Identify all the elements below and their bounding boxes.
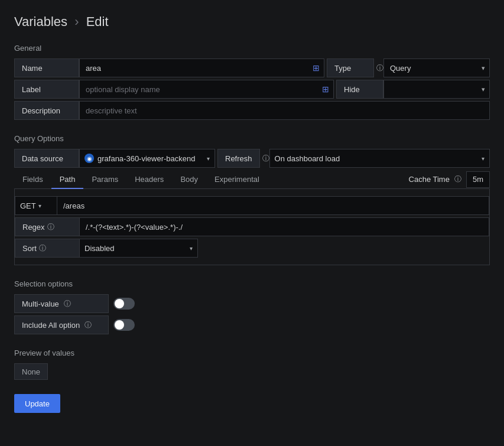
sort-value: Disabled	[84, 244, 115, 253]
name-field-icon: ⊞	[313, 63, 320, 73]
include-all-info-icon: ⓘ	[84, 320, 92, 330]
selection-options-label: Selection options	[14, 279, 490, 288]
method-chevron: ▾	[38, 203, 41, 209]
sort-label: Sort ⓘ	[15, 239, 80, 258]
include-all-knob	[115, 320, 124, 330]
preview-section-label: Preview of values	[14, 349, 490, 357]
refresh-info-icon: ⓘ	[262, 154, 269, 164]
toolbar: Update	[14, 394, 490, 413]
name-label: Name	[14, 58, 79, 77]
type-label: Type	[327, 58, 374, 77]
tab-content-path: GET ▾ Regex ⓘ Sort ⓘ Dis	[14, 189, 490, 265]
sort-select[interactable]: Disabled	[80, 239, 198, 258]
type-select[interactable]: Query	[383, 58, 490, 77]
name-input-wrapper: ⊞	[79, 58, 324, 77]
multi-value-toggle[interactable]	[113, 298, 135, 310]
label-input-wrapper: ⊞	[79, 80, 334, 99]
multi-value-knob	[115, 299, 124, 308]
sort-row: Sort ⓘ Disabled	[15, 239, 489, 258]
general-section-label: General	[14, 44, 490, 53]
type-info-icon: ⓘ	[376, 63, 383, 73]
multi-value-row: Multi-value ⓘ	[14, 294, 490, 313]
include-all-label: Include All option ⓘ	[14, 315, 109, 334]
description-row: Description	[14, 101, 490, 120]
method-value: GET	[20, 201, 36, 210]
datasource-row: Data source ◉ grafana-360-viewer-backend…	[14, 149, 490, 168]
method-path-row: GET ▾	[15, 196, 489, 215]
datasource-name: grafana-360-viewer-backend	[97, 154, 195, 163]
query-tabs-row: Fields Path Params Headers Body Experime…	[14, 170, 490, 189]
page-title: Variables › Edit	[14, 14, 490, 30]
cache-time-value[interactable]: 5m	[466, 171, 490, 188]
datasource-select[interactable]: ◉ grafana-360-viewer-backend ▾	[79, 149, 215, 168]
label-field-icon: ⊞	[322, 84, 329, 94]
tab-experimental[interactable]: Experimental	[206, 170, 268, 189]
selection-options-section: Selection options Multi-value ⓘ Include …	[14, 279, 490, 334]
description-input[interactable]	[79, 101, 490, 120]
datasource-icon: ◉	[84, 154, 94, 163]
breadcrumb-current: Edit	[86, 14, 109, 29]
cache-time-info-icon: ⓘ	[454, 174, 461, 184]
label-label: Label	[14, 80, 79, 99]
preview-section: Preview of values None	[14, 349, 490, 380]
regex-label: Regex ⓘ	[15, 217, 80, 236]
preview-none: None	[14, 363, 48, 380]
general-section: General Name ⊞ Type ⓘ Query Label ⊞ Hide…	[14, 44, 490, 120]
name-input[interactable]	[79, 58, 324, 77]
hide-label: Hide	[336, 80, 383, 99]
hide-select[interactable]: Label Variable	[383, 80, 490, 99]
tab-params[interactable]: Params	[83, 170, 126, 189]
refresh-chevron: ▾	[482, 155, 485, 162]
regex-input[interactable]	[80, 217, 489, 236]
name-type-row: Name ⊞ Type ⓘ Query	[14, 58, 490, 77]
sort-info-icon: ⓘ	[39, 243, 46, 253]
breadcrumb-parent: Variables	[14, 14, 67, 29]
tab-headers[interactable]: Headers	[126, 170, 172, 189]
cache-time-label: Cache Time ⓘ 5m	[409, 171, 490, 188]
query-body: GET ▾ Regex ⓘ Sort ⓘ Dis	[15, 189, 489, 258]
tab-fields[interactable]: Fields	[14, 170, 51, 189]
multi-value-info-icon: ⓘ	[64, 299, 71, 309]
regex-info-icon: ⓘ	[47, 222, 54, 232]
breadcrumb-separator: ›	[74, 14, 79, 29]
datasource-chevron: ▾	[207, 155, 210, 162]
include-all-toggle[interactable]	[113, 319, 135, 331]
label-hide-row: Label ⊞ Hide Label Variable	[14, 80, 490, 99]
method-select[interactable]: GET ▾	[15, 196, 57, 215]
label-input[interactable]	[79, 80, 334, 99]
refresh-value: On dashboard load	[275, 154, 340, 163]
query-options-section: Query Options Data source ◉ grafana-360-…	[14, 134, 490, 265]
datasource-label: Data source	[14, 149, 79, 168]
refresh-label: Refresh	[217, 149, 260, 168]
update-button[interactable]: Update	[14, 394, 60, 413]
refresh-select[interactable]: On dashboard load ▾	[269, 149, 490, 168]
tab-body[interactable]: Body	[172, 170, 206, 189]
include-all-row: Include All option ⓘ	[14, 315, 490, 334]
description-label: Description	[14, 101, 79, 120]
multi-value-label: Multi-value ⓘ	[14, 294, 109, 313]
regex-row: Regex ⓘ	[15, 217, 489, 236]
query-options-label: Query Options	[14, 134, 490, 143]
path-input[interactable]	[57, 196, 489, 215]
tab-path[interactable]: Path	[51, 170, 84, 189]
